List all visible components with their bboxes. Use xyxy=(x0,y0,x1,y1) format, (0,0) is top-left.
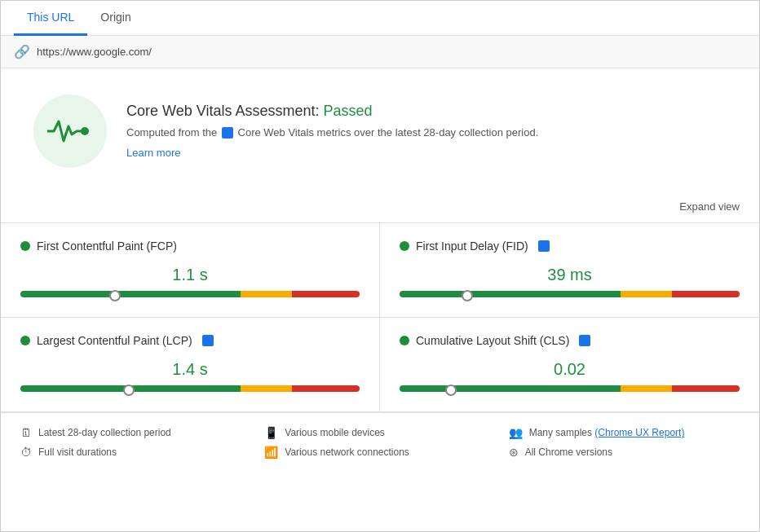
metric-dot-fid xyxy=(400,241,409,251)
tab-origin[interactable]: Origin xyxy=(87,1,144,36)
assessment-description: Computed from the Core Web Vitals metric… xyxy=(126,125,538,141)
metric-header-fcp: First Contentful Paint (FCP) xyxy=(20,240,360,253)
footer-icon-network: 📶 xyxy=(264,446,278,459)
metric-name-lcp: Largest Contentful Paint (LCP) xyxy=(37,334,192,347)
svg-point-1 xyxy=(82,129,87,134)
expand-bar: Expand view xyxy=(1,194,759,222)
vitals-icon-circle xyxy=(33,95,107,168)
cwv-tag-lcp xyxy=(202,335,214,346)
url-text: https://www.google.com/ xyxy=(37,46,152,58)
bar-marker-fcp xyxy=(111,288,119,301)
footer-text-network: Various network connections xyxy=(285,446,409,458)
footer-item-visit-durations: ⏱Full visit durations xyxy=(20,446,251,459)
metric-bar-cls xyxy=(400,385,740,392)
metric-header-cls: Cumulative Layout Shift (CLS) xyxy=(400,334,740,347)
metric-name-cls: Cumulative Layout Shift (CLS) xyxy=(416,334,569,347)
metric-card-cls: Cumulative Layout Shift (CLS)0.02 xyxy=(380,318,759,412)
cwv-tag-cls xyxy=(579,335,590,346)
footer-text-chrome-versions: All Chrome versions xyxy=(525,446,612,458)
footer-icon-mobile-devices: 📱 xyxy=(264,426,278,439)
metric-dot-lcp xyxy=(20,336,30,345)
metric-name-fid: First Input Delay (FID) xyxy=(416,240,528,253)
metric-bar-fcp xyxy=(20,291,360,297)
bar-marker-lcp xyxy=(125,382,133,395)
metric-card-fid: First Input Delay (FID)39 ms xyxy=(380,223,759,318)
footer-item-chrome-ux: 👥Many samples (Chrome UX Report) xyxy=(509,426,740,439)
cwv-tag-fid xyxy=(538,240,550,252)
bar-marker-cls xyxy=(447,382,455,395)
metric-value-lcp: 1.4 s xyxy=(20,360,360,379)
footer-icon-chrome-versions: ⊛ xyxy=(509,446,519,459)
footer-link-chrome-ux[interactable]: (Chrome UX Report) xyxy=(594,427,684,438)
vitals-waveform-icon xyxy=(47,115,93,147)
footer-text-visit-durations: Full visit durations xyxy=(38,446,117,458)
footer-item-chrome-versions: ⊛All Chrome versions xyxy=(509,446,740,459)
expand-view-button[interactable]: Expand view xyxy=(673,197,746,216)
footer-icon-visit-durations: ⏱ xyxy=(20,446,32,459)
metric-value-cls: 0.02 xyxy=(400,360,740,379)
footer-item-collection-period: 🗓Latest 28-day collection period xyxy=(20,426,251,439)
assessment-title: Core Web Vitals Assessment: Passed xyxy=(126,103,538,120)
cwv-badge xyxy=(222,127,233,138)
metrics-grid: First Contentful Paint (FCP)1.1 sFirst I… xyxy=(1,222,759,412)
metric-header-fid: First Input Delay (FID) xyxy=(400,240,740,253)
metric-dot-fcp xyxy=(20,241,30,251)
bar-marker-fid xyxy=(463,288,471,301)
footer-text-collection-period: Latest 28-day collection period xyxy=(38,427,171,438)
metric-bar-fid xyxy=(400,291,740,297)
assessment-status: Passed xyxy=(323,103,372,119)
footer-item-mobile-devices: 📱Various mobile devices xyxy=(264,426,495,439)
assessment-section: Core Web Vitals Assessment: Passed Compu… xyxy=(1,68,759,194)
assessment-text: Core Web Vitals Assessment: Passed Compu… xyxy=(126,103,538,160)
tab-bar: This URL Origin xyxy=(1,1,759,36)
metric-card-fcp: First Contentful Paint (FCP)1.1 s xyxy=(1,223,380,318)
footer-section: 🗓Latest 28-day collection period📱Various… xyxy=(1,412,759,472)
footer-icon-chrome-ux: 👥 xyxy=(509,426,523,439)
footer-text-mobile-devices: Various mobile devices xyxy=(285,427,385,438)
link-icon: 🔗 xyxy=(14,44,30,59)
footer-icon-collection-period: 🗓 xyxy=(20,426,32,439)
metric-header-lcp: Largest Contentful Paint (LCP) xyxy=(20,334,360,347)
footer-item-network: 📶Various network connections xyxy=(264,446,495,459)
metric-name-fcp: First Contentful Paint (FCP) xyxy=(37,240,177,253)
url-bar: 🔗 https://www.google.com/ xyxy=(1,36,759,68)
footer-text-chrome-ux: Many samples (Chrome UX Report) xyxy=(529,427,685,438)
metric-value-fid: 39 ms xyxy=(400,266,740,284)
metric-dot-cls xyxy=(400,336,409,345)
metric-card-lcp: Largest Contentful Paint (LCP)1.4 s xyxy=(1,318,380,412)
learn-more-link[interactable]: Learn more xyxy=(126,147,180,159)
tab-this-url[interactable]: This URL xyxy=(14,1,87,36)
metric-bar-lcp xyxy=(20,385,360,392)
metric-value-fcp: 1.1 s xyxy=(20,266,360,284)
